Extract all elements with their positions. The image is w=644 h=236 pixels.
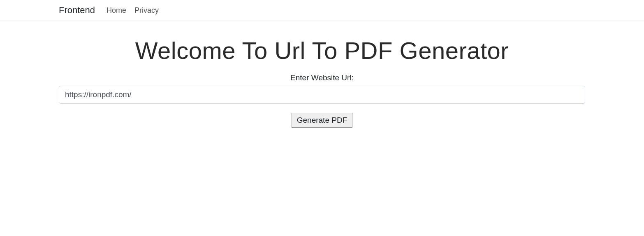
navbar: Frontend Home Privacy xyxy=(0,0,644,21)
url-input[interactable] xyxy=(59,86,585,104)
generate-pdf-button[interactable]: Generate PDF xyxy=(292,113,353,128)
nav-link-home[interactable]: Home xyxy=(107,6,126,15)
brand-link[interactable]: Frontend xyxy=(59,5,95,16)
navbar-inner: Frontend Home Privacy xyxy=(34,5,610,16)
main-container: Welcome To Url To PDF Generator Enter We… xyxy=(34,21,610,136)
page-title: Welcome To Url To PDF Generator xyxy=(59,37,585,64)
nav-link-privacy[interactable]: Privacy xyxy=(134,6,159,15)
url-label: Enter Website Url: xyxy=(59,73,585,82)
